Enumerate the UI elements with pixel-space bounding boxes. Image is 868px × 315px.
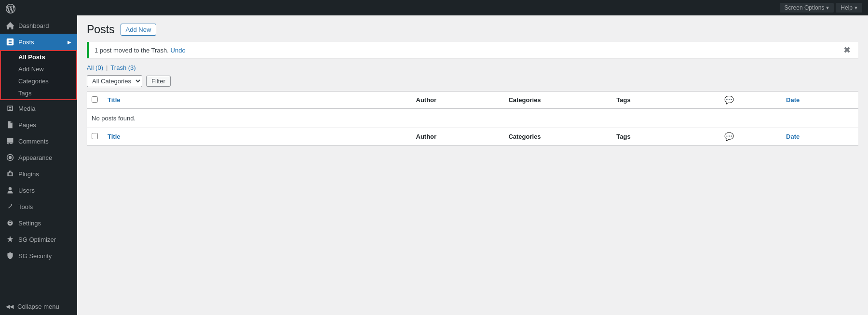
sidebar-item-sg-optimizer-label: SG Optimizer: [18, 236, 56, 243]
col-footer-date: Date: [781, 128, 858, 145]
add-new-button[interactable]: Add New: [121, 24, 157, 36]
sidebar-item-pages[interactable]: Pages: [0, 117, 77, 133]
wp-logo[interactable]: [0, 0, 77, 17]
col-footer-tags: Tags: [611, 128, 719, 145]
sidebar-item-sg-security[interactable]: SG Security: [0, 248, 77, 264]
col-date-link[interactable]: Date: [786, 96, 800, 104]
sidebar-item-comments[interactable]: Comments: [0, 133, 77, 149]
screen-options-label: Screen Options: [785, 4, 825, 11]
main-area: Screen Options ▾ Help ▾ Posts Add New 1 …: [77, 0, 868, 315]
posts-submenu: All Posts Add New Categories Tags: [0, 50, 77, 100]
col-header-title: Title: [103, 92, 411, 109]
filters-row: All (0) | Trash (3): [87, 64, 858, 71]
sidebar-item-settings-label: Settings: [18, 220, 41, 227]
sidebar-item-appearance[interactable]: Appearance: [0, 149, 77, 166]
col-header-tags: Tags: [611, 92, 719, 109]
submenu-all-posts[interactable]: All Posts: [1, 51, 76, 63]
col-header-author: Author: [411, 92, 504, 109]
posts-icon: [6, 38, 14, 46]
col-footer-author: Author: [411, 128, 504, 145]
sidebar-item-tools[interactable]: Tools: [0, 198, 77, 215]
undo-link[interactable]: Undo: [171, 47, 186, 54]
sidebar-item-dashboard-label: Dashboard: [18, 22, 49, 29]
help-button[interactable]: Help ▾: [836, 3, 862, 13]
posts-arrow-icon: ▶: [68, 39, 71, 45]
screen-options-button[interactable]: Screen Options ▾: [780, 3, 834, 13]
col-footer-categories: Categories: [503, 128, 611, 145]
sg-optimizer-icon: [6, 235, 14, 244]
sidebar-item-pages-label: Pages: [18, 121, 36, 129]
sidebar-item-appearance-label: Appearance: [18, 154, 52, 161]
notice-close-button[interactable]: ✖: [841, 46, 853, 54]
screen-options-arrow-icon: ▾: [826, 4, 829, 11]
col-header-comments: 💬: [719, 92, 781, 109]
sidebar-item-comments-label: Comments: [18, 138, 49, 145]
collapse-menu-label: Collapse menu: [17, 303, 59, 310]
filter-all-link[interactable]: All (0): [87, 64, 103, 71]
collapse-menu-button[interactable]: ◀◀ Collapse menu: [0, 298, 77, 315]
media-icon: [6, 104, 14, 113]
sidebar-item-users-label: Users: [18, 187, 35, 194]
posts-table: Title Author Categories Tags 💬 Date: [87, 91, 858, 145]
notice-text: 1 post moved to the Trash. Undo: [95, 47, 186, 54]
table-header-row: Title Author Categories Tags 💬 Date: [87, 92, 858, 109]
sidebar-item-media[interactable]: Media: [0, 100, 77, 117]
sidebar-item-media-label: Media: [18, 105, 35, 112]
select-all-checkbox-header[interactable]: [87, 92, 103, 109]
filter-separator: |: [106, 64, 108, 71]
collapse-arrow-icon: ◀◀: [6, 303, 14, 310]
col-date-footer-link[interactable]: Date: [786, 133, 800, 140]
col-footer-title: Title: [103, 128, 411, 145]
col-header-date: Date: [781, 92, 858, 109]
filter-trash-link[interactable]: Trash (3): [110, 64, 136, 71]
submenu-categories[interactable]: Categories: [1, 75, 76, 87]
sidebar-item-plugins[interactable]: Plugins: [0, 166, 77, 182]
submenu-tags[interactable]: Tags: [1, 87, 76, 99]
help-label: Help: [841, 4, 853, 11]
filter-links: All (0) | Trash (3): [87, 64, 136, 71]
sidebar-item-posts[interactable]: Posts ▶: [0, 34, 77, 50]
sidebar-item-plugins-label: Plugins: [18, 171, 39, 178]
sg-security-icon: [6, 251, 14, 260]
sidebar-item-sg-optimizer[interactable]: SG Optimizer: [0, 231, 77, 248]
select-all-checkbox-footer[interactable]: [87, 128, 103, 145]
plugins-icon: [6, 170, 14, 178]
sidebar-item-sg-security-label: SG Security: [18, 252, 52, 260]
table-footer-row: Title Author Categories Tags 💬 Date: [87, 128, 858, 145]
sidebar-item-dashboard[interactable]: Dashboard: [0, 17, 77, 34]
comments-footer-icon: 💬: [724, 132, 734, 141]
comments-icon: [6, 137, 14, 145]
category-select[interactable]: All Categories: [87, 75, 142, 87]
appearance-icon: [6, 153, 14, 162]
category-filter-row: All Categories Filter: [87, 75, 858, 87]
no-posts-message: No posts found.: [87, 109, 858, 128]
dashboard-icon: [6, 21, 14, 30]
col-footer-comments: 💬: [719, 128, 781, 145]
tools-icon: [6, 202, 14, 211]
settings-icon: [6, 219, 14, 227]
help-arrow-icon: ▾: [854, 4, 857, 11]
sidebar-item-users[interactable]: Users: [0, 182, 77, 198]
users-icon: [6, 186, 14, 195]
sidebar-item-posts-label: Posts: [18, 39, 34, 46]
sidebar-item-tools-label: Tools: [18, 203, 33, 210]
filter-button[interactable]: Filter: [146, 76, 171, 87]
notice-banner: 1 post moved to the Trash. Undo ✖: [87, 42, 858, 58]
topbar: Screen Options ▾ Help ▾: [77, 0, 868, 15]
comments-column-icon: 💬: [724, 96, 734, 104]
select-all-checkbox[interactable]: [92, 96, 98, 103]
page-header: Posts Add New: [87, 23, 858, 36]
col-title-footer-link[interactable]: Title: [108, 133, 121, 140]
pages-icon: [6, 120, 14, 129]
sidebar-item-settings[interactable]: Settings: [0, 215, 77, 231]
submenu-add-new[interactable]: Add New: [1, 63, 76, 75]
content-area: Posts Add New 1 post moved to the Trash.…: [77, 15, 868, 315]
col-header-categories: Categories: [503, 92, 611, 109]
sidebar: Dashboard Posts ▶ All Posts Add New Cate…: [0, 0, 77, 315]
col-title-link[interactable]: Title: [108, 96, 121, 104]
select-all-checkbox-footer[interactable]: [92, 133, 98, 139]
no-posts-row: No posts found.: [87, 109, 858, 128]
posts-table-wrapper: Title Author Categories Tags 💬 Date: [87, 91, 858, 145]
page-title: Posts: [87, 23, 115, 36]
